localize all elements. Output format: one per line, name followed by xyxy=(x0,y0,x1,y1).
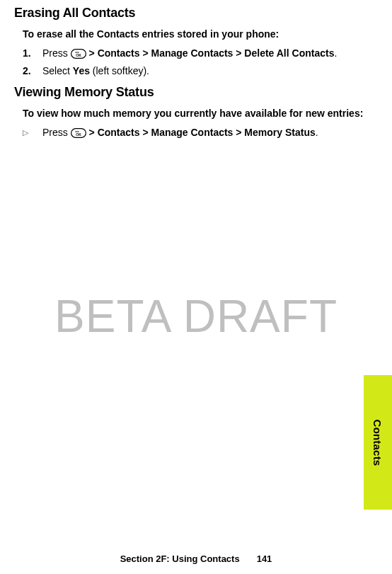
side-tab-contacts: Contacts xyxy=(364,375,392,510)
step-1-nav: > Contacts > Manage Contacts > Delete Al… xyxy=(86,47,335,59)
bullet-memory-status: ▷ Press OK > Contacts > Manage Contacts … xyxy=(23,126,364,139)
step-1-number: 1. xyxy=(23,47,42,60)
bullet-nav: > Contacts > Manage Contacts > Memory St… xyxy=(86,127,316,138)
watermark-beta-draft: BETA DRAFT xyxy=(0,290,392,343)
bullet-press: Press xyxy=(42,127,71,138)
content-area: Erasing All Contacts To erase all the Co… xyxy=(14,0,364,139)
heading-erasing-all-contacts: Erasing All Contacts xyxy=(14,6,364,21)
step-1: 1. Press OK > Contacts > Manage Contacts… xyxy=(23,47,364,60)
bullet-body: Press OK > Contacts > Manage Contacts > … xyxy=(42,126,364,139)
step-2-yes: Yes xyxy=(73,65,90,76)
step-2-number: 2. xyxy=(23,64,42,78)
ok-key-icon: OK xyxy=(71,49,86,59)
page-footer: Section 2F: Using Contacts141 xyxy=(0,553,392,564)
ok-key-icon: OK xyxy=(71,128,86,138)
heading-viewing-memory-status: Viewing Memory Status xyxy=(14,85,364,100)
bullet-marker-icon: ▷ xyxy=(23,126,42,139)
step-1-period: . xyxy=(334,47,337,59)
step-2-body: Select Yes (left softkey). xyxy=(42,64,364,78)
bullet-period: . xyxy=(316,127,318,138)
step-1-body: Press OK > Contacts > Manage Contacts > … xyxy=(42,47,364,60)
step-2: 2. Select Yes (left softkey). xyxy=(23,64,364,78)
side-tab-label: Contacts xyxy=(372,419,384,466)
step-2-tail: (left softkey). xyxy=(90,65,149,76)
svg-text:OK: OK xyxy=(76,53,81,57)
footer-page-number: 141 xyxy=(257,553,272,564)
intro-erase-contacts: To erase all the Contacts entries stored… xyxy=(23,28,364,41)
step-2-select: Select xyxy=(42,65,73,76)
step-1-press: Press xyxy=(42,47,71,59)
svg-text:OK: OK xyxy=(76,132,81,137)
intro-memory-status: To view how much memory you currently ha… xyxy=(23,107,364,120)
footer-section: Section 2F: Using Contacts xyxy=(120,553,240,564)
page: Erasing All Contacts To erase all the Co… xyxy=(0,0,392,574)
